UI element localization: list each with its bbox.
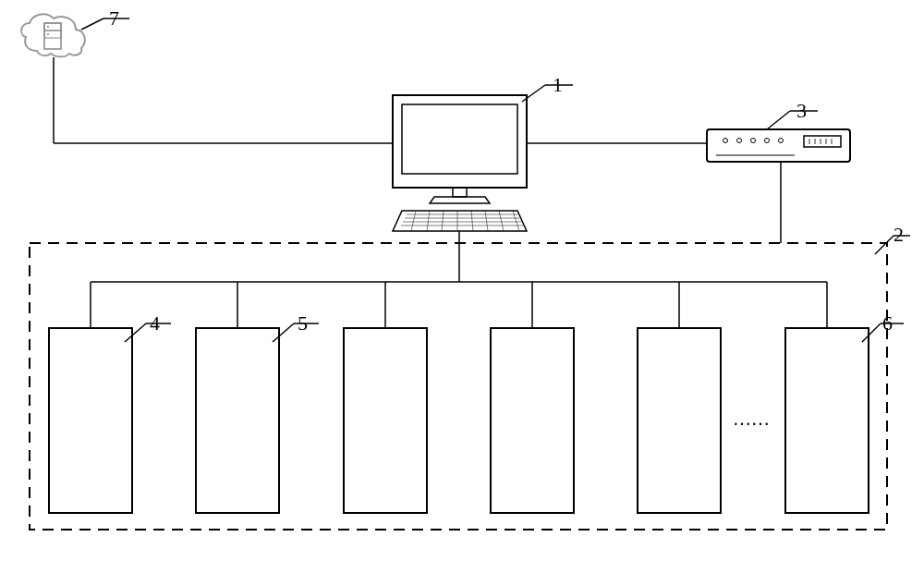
network-topology-diagram: 7 1 3 2 4 5 6 …… xyxy=(0,0,924,561)
dashed-container xyxy=(30,243,887,530)
svg-line-17 xyxy=(485,211,488,231)
svg-point-22 xyxy=(737,139,742,143)
svg-rect-0 xyxy=(44,23,61,49)
svg-rect-20 xyxy=(707,129,850,162)
label-6: 6 xyxy=(882,311,893,335)
svg-line-12 xyxy=(411,211,416,231)
cloud-server-icon xyxy=(21,14,85,56)
label-4: 4 xyxy=(150,311,160,335)
connection-lines xyxy=(54,57,827,328)
svg-rect-47 xyxy=(344,328,427,513)
svg-line-16 xyxy=(471,211,473,231)
svg-rect-1 xyxy=(44,23,61,30)
svg-line-18 xyxy=(499,211,504,231)
svg-line-53 xyxy=(522,85,545,102)
svg-rect-49 xyxy=(638,328,721,513)
svg-rect-48 xyxy=(491,328,574,513)
svg-line-55 xyxy=(767,111,790,129)
svg-rect-7 xyxy=(453,188,467,197)
svg-point-24 xyxy=(765,139,770,143)
svg-rect-50 xyxy=(785,328,869,513)
label-2: 2 xyxy=(894,223,904,247)
router-icon xyxy=(707,129,850,162)
svg-rect-46 xyxy=(196,328,279,513)
svg-line-14 xyxy=(442,211,444,231)
svg-point-23 xyxy=(751,139,756,143)
svg-point-25 xyxy=(779,139,784,143)
computer-icon xyxy=(393,95,527,231)
svg-rect-2 xyxy=(44,30,61,38)
svg-point-4 xyxy=(47,33,49,35)
svg-rect-45 xyxy=(49,328,132,513)
label-5: 5 xyxy=(298,311,308,335)
svg-line-13 xyxy=(427,211,430,231)
label-3: 3 xyxy=(796,99,807,123)
svg-line-61 xyxy=(273,323,294,342)
ellipsis-text: …… xyxy=(733,409,770,430)
svg-line-59 xyxy=(125,323,146,342)
svg-line-57 xyxy=(875,236,894,254)
svg-rect-6 xyxy=(402,104,517,174)
svg-line-51 xyxy=(81,18,103,30)
callout-lines xyxy=(81,18,910,342)
diagram-svg xyxy=(0,0,924,561)
svg-line-63 xyxy=(862,323,881,342)
svg-point-3 xyxy=(47,26,49,28)
label-1: 1 xyxy=(553,73,563,97)
svg-point-21 xyxy=(723,139,728,143)
label-7: 7 xyxy=(109,6,119,30)
